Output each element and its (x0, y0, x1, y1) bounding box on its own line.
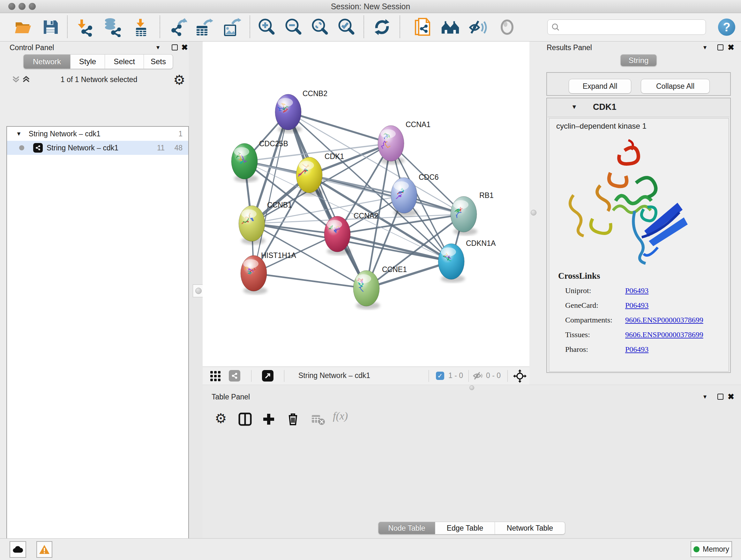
tab-string[interactable]: String (620, 54, 657, 66)
application-window: Session: New Session (0, 0, 741, 560)
grid-view-icon[interactable] (210, 370, 221, 383)
edge-count: 48 (174, 144, 183, 152)
import-table-button[interactable] (131, 17, 151, 37)
node-label: CCNB1 (267, 201, 292, 209)
refresh-button[interactable] (372, 17, 392, 37)
zoom-selected-button[interactable] (336, 17, 356, 37)
hide-details-button[interactable] (468, 17, 488, 37)
collapse-panel-icon[interactable]: ▾ (703, 44, 706, 51)
network-thumbnail-icon[interactable] (229, 370, 240, 381)
memory-button[interactable]: Memory (690, 541, 732, 557)
results-buttons-box: Expand All Collapse All (546, 72, 731, 96)
collapse-entry-icon[interactable]: ▼ (571, 104, 577, 111)
crosslink-label: GeneCard: (565, 301, 625, 310)
network-graph[interactable]: CCNB2CCNA1CDC25BCDK1CDC6RB1CCNB1CCNA2CDK… (203, 42, 529, 367)
node-label: HIST1H1A (261, 251, 296, 260)
close-panel-icon[interactable]: ✖ (728, 44, 734, 51)
table-type-tabs: Node Table Edge Table Network Table (378, 522, 565, 535)
zoom-in-button[interactable] (257, 17, 276, 37)
open-session-button[interactable] (13, 17, 33, 37)
tab-select[interactable]: Select (105, 54, 144, 69)
results-panel: Results Panel ▾ ✖ String Expand All Coll… (529, 42, 741, 390)
zoom-in-icon (257, 17, 276, 37)
show-details-button[interactable] (497, 17, 517, 37)
selected-nodes-checkbox[interactable]: ✓ (436, 372, 444, 380)
close-panel-icon[interactable]: ✖ (728, 393, 734, 401)
expand-all-networks-icon[interactable] (11, 75, 20, 85)
splitter-handle[interactable] (469, 385, 474, 390)
tab-sets[interactable]: Sets (144, 54, 173, 69)
tab-style[interactable]: Style (71, 54, 105, 69)
save-session-button[interactable] (41, 17, 60, 37)
vertical-splitter[interactable] (189, 42, 203, 538)
toolbar-separator (250, 16, 250, 38)
tree-expander-icon[interactable]: ▼ (16, 131, 22, 137)
crosslink-value[interactable]: P06493 (625, 301, 649, 310)
toolbar-separator (428, 370, 429, 382)
crosslink-row: GeneCard:P06493 (565, 298, 718, 313)
import-network-button[interactable] (76, 17, 95, 37)
home-button[interactable] (441, 17, 460, 37)
crosslink-value[interactable]: 9606.ENSP00000378699 (625, 316, 703, 324)
hide-graphics-details-icon (468, 18, 488, 37)
network-row[interactable]: String Network – cdk1 11 48 (7, 141, 188, 155)
float-panel-icon[interactable] (172, 44, 178, 52)
cloud-status-button[interactable] (10, 541, 26, 558)
table-options-gear-icon[interactable]: ⚙ (215, 412, 227, 425)
export-table-button[interactable] (194, 17, 214, 37)
houses-icon (441, 18, 460, 37)
table-panel-title: Table Panel (212, 393, 250, 401)
hidden-eye-icon[interactable] (473, 371, 483, 382)
warnings-button[interactable] (37, 541, 52, 558)
export-network-button[interactable] (169, 17, 189, 37)
crosslinks-title: CrossLinks (558, 271, 600, 281)
tab-node-table[interactable]: Node Table (378, 522, 435, 535)
search-input[interactable] (547, 19, 706, 35)
toolbar-separator (508, 370, 508, 382)
network-collection-row[interactable]: ▼ String Network – cdk1 1 (7, 127, 188, 141)
crosslink-value[interactable]: 9606.ENSP00000378699 (625, 330, 703, 339)
export-image-button[interactable] (222, 17, 242, 37)
network-label: String Network – cdk1 (47, 144, 118, 152)
node-label: CDKN1A (466, 239, 496, 247)
zoom-out-button[interactable] (283, 17, 303, 37)
save-floppy-icon (41, 18, 60, 37)
node-label: RB1 (479, 191, 494, 199)
node-label: CDK1 (325, 152, 344, 161)
import-database-button[interactable] (103, 17, 122, 37)
tab-network[interactable]: Network (23, 54, 71, 69)
network-options-gear-icon[interactable]: ⚙ (173, 73, 185, 87)
fit-content-crosshair-icon[interactable] (513, 369, 527, 384)
node-label: CCNA1 (406, 120, 430, 129)
crosslink-value[interactable]: P06493 (625, 287, 649, 295)
help-button[interactable]: ? (718, 18, 735, 36)
share-document-button[interactable] (413, 17, 432, 37)
selected-counts: 1 - 0 (448, 371, 463, 380)
delete-column-icon[interactable] (286, 412, 300, 427)
collapse-panel-icon[interactable]: ▾ (703, 393, 706, 400)
zoom-fit-button[interactable] (310, 17, 330, 37)
float-panel-icon[interactable] (718, 394, 724, 401)
expand-all-button[interactable]: Expand All (569, 79, 631, 94)
show-columns-icon[interactable] (239, 413, 252, 427)
float-panel-icon[interactable] (718, 44, 724, 52)
tab-edge-table[interactable]: Edge Table (435, 522, 495, 535)
crosslink-value[interactable]: P06493 (625, 345, 649, 354)
export-image-icon (222, 17, 241, 37)
crosslink-row: Pharos:P06493 (565, 342, 718, 357)
crosslink-label: Uniprot: (565, 287, 625, 295)
close-panel-icon[interactable]: ✖ (181, 44, 188, 51)
node-count: 11 (157, 144, 165, 152)
tab-network-table[interactable]: Network Table (495, 522, 565, 535)
import-table-icon (131, 17, 151, 37)
gene-description: cyclin–dependent kinase 1 (556, 122, 647, 131)
create-column-icon[interactable] (262, 413, 275, 427)
collapse-all-button[interactable]: Collapse All (641, 79, 710, 94)
share-document-icon (413, 17, 432, 37)
crosslink-row: Tissues:9606.ENSP00000378699 (565, 327, 718, 342)
gene-header-row[interactable]: ▼ CDK1 (548, 99, 730, 117)
collapse-panel-icon[interactable]: ▾ (156, 44, 159, 51)
network-canvas[interactable]: CCNB2CCNA1CDC25BCDK1CDC6RB1CCNB1CCNA2CDK… (203, 42, 529, 367)
collapse-all-networks-icon[interactable] (22, 75, 30, 85)
birdseye-view-icon[interactable] (262, 370, 273, 381)
